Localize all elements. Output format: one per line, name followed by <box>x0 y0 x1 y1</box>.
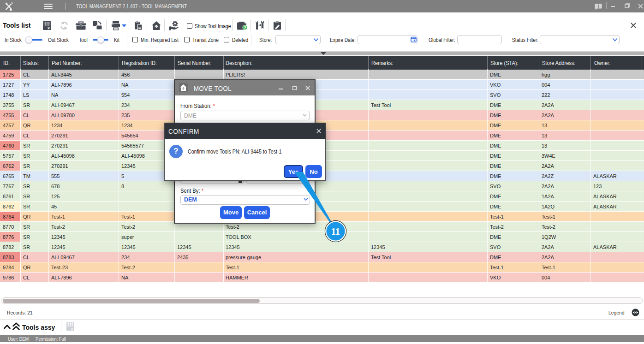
svg-text:11: 11 <box>331 226 340 237</box>
svg-text:?: ? <box>244 25 246 30</box>
